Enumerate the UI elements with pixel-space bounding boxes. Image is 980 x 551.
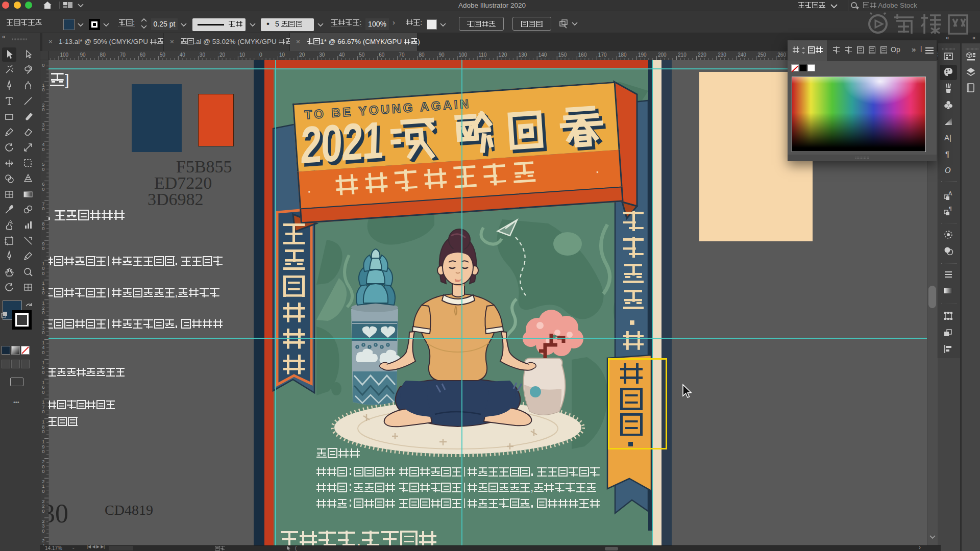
svg-text:A|: A| [944,133,951,142]
svg-text:¶: ¶ [949,206,952,212]
svg-text:¶: ¶ [945,149,949,158]
svg-text:O: O [945,166,951,174]
svg-text:A: A [948,190,952,196]
